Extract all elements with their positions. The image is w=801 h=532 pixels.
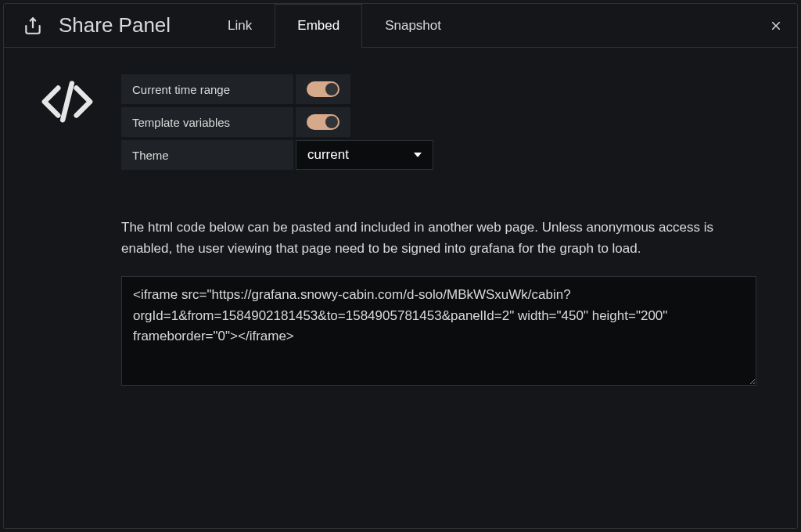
label-template-variables: Template variables <box>121 107 293 137</box>
chevron-down-icon <box>414 153 422 157</box>
tab-snapshot[interactable]: Snapshot <box>362 4 464 47</box>
row-current-time-range: Current time range <box>121 74 761 104</box>
modal-body: Current time range Template variables Th… <box>4 48 797 528</box>
embed-code-textarea[interactable] <box>121 276 756 386</box>
control-current-time-range <box>296 74 350 104</box>
modal-header: Share Panel Link Embed Snapshot <box>4 4 797 48</box>
share-icon <box>23 16 43 36</box>
toggle-current-time-range[interactable] <box>307 81 339 97</box>
close-button[interactable] <box>769 4 783 47</box>
svg-line-1 <box>63 84 72 120</box>
label-theme: Theme <box>121 140 293 170</box>
control-template-variables <box>296 107 350 137</box>
tab-link[interactable]: Link <box>205 4 275 47</box>
row-theme: Theme current <box>121 140 761 170</box>
title-group: Share Panel <box>4 4 186 47</box>
tab-embed[interactable]: Embed <box>275 4 362 47</box>
options-column: Current time range Template variables Th… <box>121 74 761 501</box>
tabs: Link Embed Snapshot <box>205 4 464 47</box>
row-template-variables: Template variables <box>121 107 761 137</box>
modal-title: Share Panel <box>59 13 171 38</box>
embed-description: The html code below can be pasted and in… <box>121 217 756 259</box>
share-panel-modal: Share Panel Link Embed Snapshot Current … <box>3 3 798 529</box>
toggle-template-variables[interactable] <box>307 114 339 130</box>
select-theme[interactable]: current <box>296 140 433 170</box>
code-icon <box>40 74 95 501</box>
label-current-time-range: Current time range <box>121 74 293 104</box>
select-theme-value: current <box>307 147 349 163</box>
